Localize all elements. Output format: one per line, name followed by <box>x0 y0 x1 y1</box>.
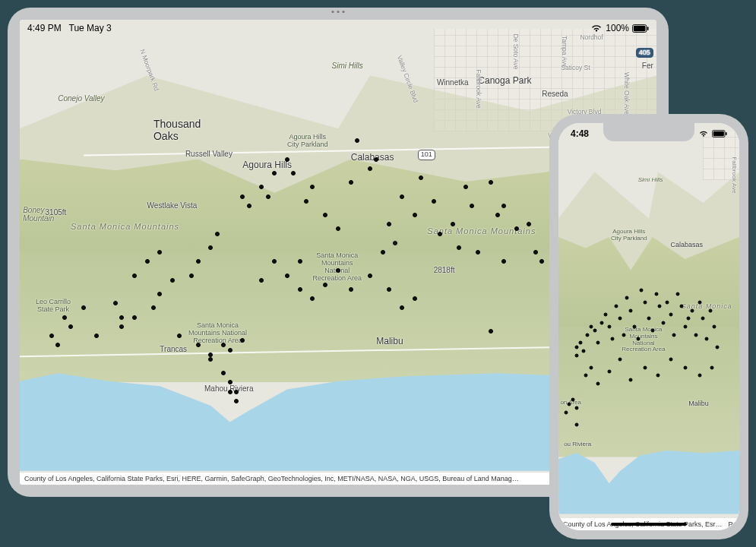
home-indicator[interactable] <box>611 523 687 526</box>
phone-map[interactable]: Simi Hills Agoura Hills City Parkland Ca… <box>558 123 739 530</box>
svg-rect-2 <box>647 27 649 30</box>
wifi-icon <box>698 130 709 138</box>
wifi-icon <box>590 24 603 33</box>
tablet-camera-dots <box>332 11 345 13</box>
powered-by-link[interactable]: Powered by Esri <box>729 520 739 528</box>
svg-rect-1 <box>634 25 646 30</box>
tablet-status-left: 4:49 PM Tue May 3 <box>27 23 112 33</box>
svg-rect-5 <box>726 132 727 135</box>
battery-percent: 100% <box>606 23 629 33</box>
status-time: 4:49 PM <box>27 23 62 33</box>
battery-icon <box>632 24 649 33</box>
svg-rect-4 <box>713 131 724 137</box>
phone-status-right <box>698 130 727 138</box>
tablet-status-right: 100% <box>590 23 649 33</box>
phone-notch <box>603 123 694 141</box>
map-hills-layer <box>558 237 739 457</box>
status-date: Tue May 3 <box>69 23 112 33</box>
phone-screen: 4:48 Simi Hills Agoura Hills City Parkla… <box>558 123 739 530</box>
tablet-status-bar: 4:49 PM Tue May 3 100% <box>20 20 656 36</box>
attribution-text: County of Los Angeles, California State … <box>24 475 519 482</box>
battery-icon <box>712 130 727 138</box>
phone-status-time: 4:48 <box>571 128 589 139</box>
phone-device: 4:48 Simi Hills Agoura Hills City Parkla… <box>549 114 748 539</box>
